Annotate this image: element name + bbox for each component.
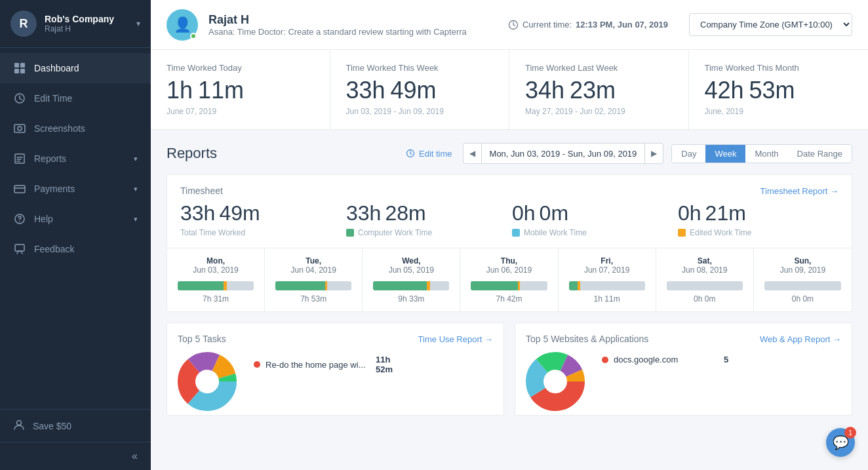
stat-this-week: Time Worked This Week 33h 49m Jun 03, 20… (330, 50, 510, 129)
next-date-button[interactable]: ▶ (645, 143, 663, 164)
sidebar-item-label: Edit Time (34, 93, 72, 104)
stat-last-week-label: Time Worked Last Week (525, 63, 673, 73)
reports-title: Reports (167, 145, 406, 162)
tab-date-range[interactable]: Date Range (788, 145, 852, 163)
ts-edited-label: Edited Work Time (678, 228, 838, 237)
sidebar-item-screenshots[interactable]: Screenshots (0, 113, 151, 144)
website-color-dot (602, 357, 608, 363)
sidebar-item-payments[interactable]: Payments ▾ (0, 174, 151, 204)
stat-today-mins: 11m (198, 77, 244, 104)
edit-time-button[interactable]: Edit time (406, 149, 452, 159)
sidebar-username: Rajat H (45, 24, 114, 33)
day-bar (667, 281, 743, 290)
reports-section: Reports Edit time ◀ Mon, Jun 03, 2019 - … (151, 130, 868, 323)
stat-week-hours: 33h (346, 77, 385, 104)
sidebar-header[interactable]: R Rob's Company Rajat H ▾ (0, 0, 151, 48)
help-icon (13, 213, 26, 225)
ts-mobile-label: Mobile Work Time (512, 228, 673, 237)
svg-rect-3 (20, 69, 25, 73)
svg-point-10 (19, 221, 20, 222)
edit-time-label: Edit time (419, 149, 452, 159)
sidebar-nav: Dashboard Edit Time Screenshots (0, 48, 151, 409)
stat-last-week-value: 34h 23m (525, 77, 673, 104)
stat-month-label: Time Worked This Month (705, 63, 853, 73)
sidebar-dropdown-arrow: ▾ (136, 19, 140, 28)
day-column: Sun, Jun 09, 2019 0h 0m (754, 248, 852, 311)
time-use-report-link[interactable]: Time Use Report → (418, 334, 493, 344)
websites-card-content: docs.google.com 5 (526, 352, 841, 404)
day-bars: Mon, Jun 03, 2019 7h 31m Tue, Jun 04, 20… (167, 248, 852, 311)
web-app-report-link[interactable]: Web & App Report → (760, 334, 841, 344)
online-indicator (190, 33, 197, 39)
timesheet-report-link[interactable]: Timesheet Report → (760, 186, 838, 196)
day-time: 7h 53m (275, 294, 351, 304)
svg-point-6 (18, 127, 22, 130)
clock-icon (508, 20, 519, 30)
day-label: Thu, (471, 256, 547, 265)
sidebar-item-feedback[interactable]: Feedback (0, 234, 151, 264)
sidebar-item-reports[interactable]: Reports ▾ (0, 144, 151, 174)
top5-websites-card: Top 5 Websites & Applications Web & App … (515, 323, 852, 416)
day-label: Wed, (373, 256, 449, 265)
company-name: Rob's Company (45, 14, 114, 24)
day-time: 1h 11m (569, 294, 645, 304)
bar-gray (227, 281, 254, 290)
stat-last-week: Time Worked Last Week 34h 23m May 27, 20… (509, 50, 689, 129)
day-bar (373, 281, 449, 290)
stat-week-mins: 49m (391, 77, 437, 104)
sidebar-company-info: Rob's Company Rajat H (45, 14, 114, 33)
screenshots-icon (13, 123, 26, 134)
save-offer-label: Save $50 (33, 421, 71, 431)
sidebar-item-dashboard[interactable]: Dashboard (0, 53, 151, 83)
tasks-card-header: Top 5 Tasks Time Use Report → (178, 334, 493, 344)
ts-mobile-hours: 0h (512, 201, 536, 225)
sidebar-item-help[interactable]: Help ▾ (0, 204, 151, 234)
stat-month-value: 42h 53m (705, 77, 853, 104)
stat-week-label: Time Worked This Week (346, 63, 494, 73)
stats-row: Time Worked Today 1h 11m June 07, 2019 T… (151, 50, 868, 130)
day-bar (178, 281, 254, 290)
ts-total: 33h 49m Total Time Worked (180, 201, 341, 237)
day-time: 0h 0m (764, 294, 841, 304)
day-time: 0h 0m (667, 294, 743, 304)
websites-card-title: Top 5 Websites & Applications (526, 334, 760, 344)
prev-date-button[interactable]: ◀ (463, 143, 481, 164)
svg-rect-1 (20, 63, 25, 68)
current-time-label: Current time: (523, 20, 572, 29)
sidebar-item-label: Feedback (34, 244, 74, 254)
bar-gray (580, 281, 645, 290)
svg-point-12 (17, 421, 22, 425)
user-current-task: Asana: Time Doctor: Create a standard re… (208, 27, 498, 37)
bar-green (373, 281, 426, 290)
company-logo: R (10, 10, 37, 37)
stat-today: Time Worked Today 1h 11m June 07, 2019 (151, 50, 330, 129)
view-tabs: Day Week Month Date Range (671, 144, 852, 163)
save-offer[interactable]: Save $50 (0, 409, 151, 442)
tab-day[interactable]: Day (672, 145, 705, 163)
date-range-display: Mon, Jun 03, 2019 - Sun, Jun 09, 2019 (481, 143, 646, 164)
bar-green (275, 281, 325, 290)
user-avatar: 👤 (167, 9, 198, 41)
stat-week-value: 33h 49m (346, 77, 494, 104)
stat-week-date: Jun 03, 2019 - Jun 09, 2019 (346, 107, 494, 116)
day-date: Jun 07, 2019 (569, 265, 645, 275)
collapse-icon: « (132, 450, 138, 462)
tab-week[interactable]: Week (705, 145, 745, 163)
bottom-cards: Top 5 Tasks Time Use Report → (151, 323, 868, 429)
svg-rect-11 (15, 245, 24, 251)
chat-button[interactable]: 💬 1 (826, 428, 855, 457)
day-time: 7h 31m (178, 294, 254, 304)
websites-pie-chart (526, 352, 591, 404)
bar-gray (520, 281, 547, 290)
collapse-button[interactable]: « (0, 442, 151, 470)
tab-month[interactable]: Month (745, 145, 787, 163)
day-column: Wed, Jun 05, 2019 9h 33m (363, 248, 460, 311)
current-time-display: Current time: 12:13 PM, Jun 07, 2019 (508, 20, 668, 30)
day-bar (764, 281, 841, 290)
day-column: Mon, Jun 03, 2019 7h 31m (167, 248, 265, 311)
bar-green (569, 281, 578, 290)
day-date: Jun 05, 2019 (373, 265, 449, 275)
timezone-select[interactable]: Company Time Zone (GMT+10:00) (689, 13, 852, 36)
tasks-list: Re-do the home page wi... 11h52m (254, 352, 493, 404)
sidebar-item-edit-time[interactable]: Edit Time (0, 83, 151, 113)
